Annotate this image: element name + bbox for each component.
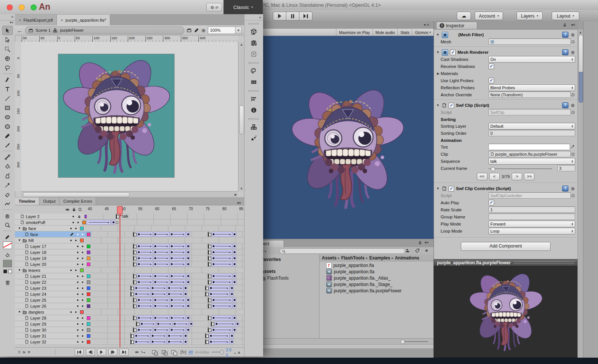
layer-lock-dot[interactable] (82, 234, 83, 235)
keyframe-cell[interactable] (186, 256, 190, 261)
loop-mode-dropdown[interactable]: Loop▲▼ (488, 228, 575, 234)
layer-lock-dot[interactable] (82, 293, 83, 295)
keyframe-cell[interactable] (230, 339, 234, 344)
timeline-layer-row[interactable]: face (15, 231, 244, 237)
layer-outline-color-chip[interactable] (80, 227, 84, 230)
inspector-scrollbar[interactable]: ▲ (577, 29, 583, 358)
layer-lock-dot[interactable] (82, 281, 83, 283)
layer-outline-color-chip[interactable] (87, 304, 90, 308)
breadcrumb-item[interactable]: Animations (395, 255, 419, 261)
keyframe-cell[interactable] (186, 315, 190, 320)
tween-span[interactable] (209, 333, 229, 338)
line-tool[interactable] (2, 94, 13, 103)
add-component-button[interactable]: Add Component (461, 242, 551, 251)
layer-outline-color-chip[interactable] (87, 334, 90, 338)
tween-span[interactable] (215, 321, 235, 326)
snap-magnet-tool[interactable] (2, 279, 13, 288)
tween-span[interactable] (212, 304, 232, 308)
sequence-dropdown[interactable]: talk▲▼ (488, 158, 575, 165)
zoom-window-button[interactable] (31, 4, 37, 10)
workspace-dropdown[interactable]: Classic ▾ (224, 0, 263, 14)
panel-menu-icon[interactable]: ▾ ≡ (424, 23, 429, 27)
blank-keyframe-cell[interactable] (208, 315, 211, 320)
object-picker-icon[interactable]: ⊙ (571, 39, 575, 44)
timeline-layer-row[interactable]: Layer 21 (15, 273, 244, 279)
info-panel-icon[interactable] (247, 105, 260, 116)
play-button[interactable] (97, 349, 106, 356)
timeline-layer-row[interactable]: Layer 25 (15, 297, 244, 303)
timeline-layer-row[interactable]: ▼frill (15, 237, 244, 243)
tween-span[interactable] (137, 256, 153, 261)
layer-visibility-dot[interactable] (77, 258, 78, 259)
cast-shadows-dropdown[interactable]: On▲▼ (488, 56, 575, 63)
blank-keyframe-cell[interactable] (208, 244, 211, 249)
layer-frames-track[interactable] (91, 261, 244, 267)
play-button[interactable] (273, 12, 286, 21)
layer-lock-dot[interactable] (82, 299, 83, 301)
game-toolbar-mute-audio[interactable]: Mute audio (373, 29, 398, 36)
text-tool[interactable] (2, 84, 13, 94)
cloud-button[interactable]: ☁ (457, 12, 471, 20)
tween-span[interactable] (170, 327, 186, 332)
scene-panel-icon[interactable] (247, 121, 260, 133)
favorites-header[interactable]: Favorites (261, 257, 281, 262)
keyframe-cell[interactable] (111, 220, 115, 225)
layer-frames-track[interactable] (84, 309, 244, 315)
play-mode-dropdown[interactable]: Forward▲▼ (488, 221, 575, 227)
tween-span[interactable] (151, 339, 167, 344)
go-to-last-frame-button[interactable] (120, 349, 129, 356)
scene-crumb[interactable]: Scene 1 (36, 28, 50, 32)
layer-outline-color-chip[interactable] (80, 268, 84, 272)
playhead-handle[interactable] (117, 206, 123, 214)
timeline-zoom-icon[interactable]: ▲▲ (234, 350, 241, 354)
hand-tool[interactable] (2, 211, 13, 220)
scroll-up-icon[interactable]: ▲ (238, 42, 244, 46)
layer-visibility-dot[interactable] (70, 311, 72, 313)
layer-name[interactable]: Layer 30 (15, 327, 75, 333)
layer-visibility-dot[interactable] (77, 305, 78, 307)
tween-span[interactable] (170, 304, 186, 308)
keyframe-cell[interactable] (186, 232, 190, 237)
tween-span[interactable] (170, 256, 186, 261)
preview-header[interactable]: purple_apparition.fla.purpleFlower (434, 259, 577, 266)
gear-icon[interactable] (570, 186, 575, 191)
project-file-row[interactable]: ◈purple_apparition.fla (326, 268, 433, 275)
layer-lock-dot[interactable] (82, 341, 83, 343)
label-tag-icon[interactable] (415, 248, 420, 253)
layer-frames-track[interactable] (91, 297, 244, 303)
blank-keyframe-cell[interactable] (211, 321, 214, 326)
blank-keyframe-cell[interactable] (133, 304, 136, 308)
tween-span[interactable] (153, 304, 169, 308)
layer-frames-track[interactable] (91, 243, 244, 249)
timeline-layer-row[interactable]: Layer 26 (15, 303, 244, 309)
blank-keyframe-cell[interactable] (116, 214, 119, 219)
layer-lock-dot[interactable] (82, 258, 83, 259)
layer-frames-track[interactable] (91, 315, 244, 321)
layer-outline-color-chip[interactable] (87, 251, 90, 254)
layer-lock-dot[interactable] (82, 276, 83, 277)
stroke-color-swatch[interactable] (3, 242, 12, 249)
help-icon[interactable]: ? (562, 49, 568, 55)
swf-clip-controller-header[interactable]: ▼ ✓ Swf Clip Controller (Script) ? (434, 185, 577, 192)
keyframe-cell[interactable] (184, 339, 187, 344)
tween-span[interactable] (153, 280, 169, 284)
delete-layer-trash-icon[interactable] (28, 349, 30, 355)
width-tool[interactable] (2, 199, 13, 208)
tab-output[interactable]: Output (39, 197, 59, 205)
rate-scale-field[interactable]: 1 (488, 206, 575, 213)
tween-span[interactable] (170, 298, 186, 302)
selection-tool[interactable] (2, 26, 13, 35)
tab-inspector[interactable]: i Inspector (436, 22, 477, 29)
materials-label[interactable]: Materials (441, 71, 488, 76)
current-frame-slider[interactable] (488, 165, 555, 171)
bone-tool[interactable] (2, 152, 13, 162)
breadcrumb-item[interactable]: Assets (322, 255, 336, 261)
tween-span[interactable] (170, 262, 186, 267)
object-picker-icon[interactable]: ⊙ (571, 193, 575, 198)
scroll-down-icon[interactable]: ▼ (238, 187, 244, 190)
particles-panel-icon[interactable] (247, 133, 260, 144)
object-picker-icon[interactable]: ⊙ (571, 152, 575, 157)
brush-tool[interactable] (2, 140, 13, 150)
tween-span[interactable] (212, 244, 232, 249)
blank-keyframe-cell[interactable] (133, 232, 136, 237)
